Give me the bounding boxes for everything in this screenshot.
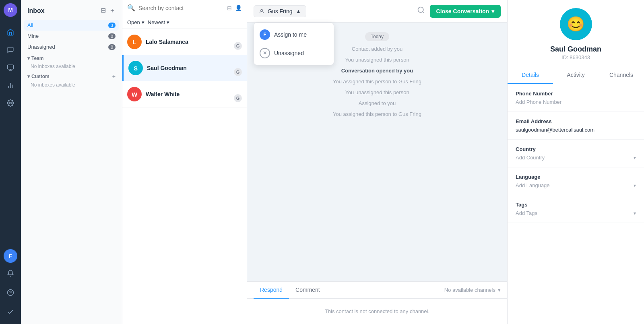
nav-contacts-icon[interactable] [3,60,18,75]
country-select-row: Add Country ▾ [516,155,636,161]
conv-name-saul: Saul Goodman [147,65,187,71]
chevron-down-icon-custom: ▾ [27,74,30,79]
svg-rect-0 [8,65,14,69]
nav-home-icon[interactable] [3,25,18,39]
unassigned-item[interactable]: ✕ Unassigned [254,44,334,62]
sidebar-header: Inbox ⊟ ＋ [21,0,122,18]
conv-badge-walter: G [234,94,242,102]
tags-select-row: Add Tags ▾ [516,210,636,216]
avatar-saul: S [128,61,143,75]
activity-unassigned-2: You unassigned this person [345,89,409,95]
panel-field-language: Language Add Language ▾ [508,167,644,195]
chevron-down-icon-open: ▾ [142,19,144,25]
sidebar-add-icon[interactable]: ＋ [109,6,116,15]
close-conversation-button[interactable]: Close Conversation ▾ [430,5,501,18]
chat-footer: Respond Comment No available channels ▾ … [247,281,507,324]
panel-field-country: Country Add Country ▾ [508,140,644,167]
search-input[interactable] [138,5,224,11]
conversation-item-lalo[interactable]: L Lalo Salamanca G [122,29,247,55]
avatar-lalo: L [127,35,142,49]
chevron-down-icon-country: ▾ [634,155,636,161]
sidebar-team-empty: No inboxes available [24,63,119,70]
nav-settings-icon[interactable] [3,96,18,110]
search-chat-icon[interactable] [417,6,425,16]
sidebar-all-badge: 3 [108,23,116,28]
panel-tab-activity[interactable]: Activity [553,67,599,84]
activity-assigned-you: Assigned to you [359,100,396,106]
panel-tab-channels[interactable]: Channels [599,67,644,84]
svg-point-9 [261,9,263,11]
conv-badge-saul: G [234,68,242,76]
unassigned-label: Unassigned [274,50,304,56]
chat-date-badge: Today [365,32,389,41]
country-value[interactable]: Add Country [516,155,545,161]
filter-icon[interactable]: ⊟ [227,5,232,11]
conversation-filters: Open ▾ Newest ▾ [122,16,247,29]
right-panel: 😊 Saul Goodman ID: 8630343 Details Activ… [507,0,644,324]
nav-check-icon[interactable] [3,305,18,319]
nav-conversations-icon[interactable] [3,43,18,57]
contact-header: 😊 Saul Goodman ID: 8630343 [508,0,644,67]
sidebar-all-label: All [27,22,33,28]
assign-to-me-item[interactable]: F Assign to me [254,25,334,44]
sidebar-sort-icon[interactable]: ⊟ [101,6,106,15]
sidebar-item-all[interactable]: All 3 [24,20,119,31]
nav-bell-icon[interactable] [3,266,18,281]
phone-label: Phone Number [516,91,636,97]
sidebar-section-team[interactable]: ▾ Team [24,52,119,63]
assignee-label: Gus Fring [268,8,292,14]
bottom-user-avatar[interactable]: F [4,249,17,263]
tags-label: Tags [516,202,636,208]
assignee-dropdown-btn[interactable]: Gus Fring ▲ [254,5,306,17]
nav-help-icon[interactable] [3,285,18,300]
filter-open-btn[interactable]: Open ▾ [127,19,144,25]
sidebar: Inbox ⊟ ＋ All 3 Mine 0 Unassigned 0 ▾ Te… [21,0,122,324]
panel-tabs: Details Activity Channels [508,67,644,84]
country-label: Country [516,146,636,152]
chat-tabs: Respond Comment No available channels ▾ [247,282,507,299]
sidebar-item-unassigned[interactable]: Unassigned 0 [24,41,119,52]
panel-tab-details[interactable]: Details [508,67,553,84]
sidebar-custom-empty: No inboxes available [24,81,119,89]
conversation-item-walter[interactable]: W Walter White G [122,81,247,107]
chat-input-area: This contact is not connected to any cha… [247,299,507,324]
chevron-down-icon-newest: ▾ [167,19,169,25]
assign-to-me-label: Assign to me [274,31,307,38]
chevron-down-icon-tags: ▾ [634,210,636,216]
chevron-down-icon: ▾ [27,56,30,61]
add-contact-icon[interactable]: 👤 [235,5,242,11]
activity-conv-opened: Conversation opened by you [341,68,413,74]
chat-header: Gus Fring ▲ F Assign to me ✕ Unassigned … [247,0,507,23]
sidebar-unassigned-label: Unassigned [27,44,55,50]
conv-badge-lalo: G [234,42,242,50]
sidebar-header-icons: ⊟ ＋ [101,6,116,15]
contact-id: ID: 8630343 [561,54,590,60]
chevron-up-icon: ▲ [295,8,301,14]
language-select-row: Add Language ▾ [516,182,636,188]
sidebar-item-mine[interactable]: Mine 0 [24,31,119,41]
tags-value[interactable]: Add Tags [516,210,537,216]
no-channels-label: No available channels [444,287,495,293]
assign-dropdown: F Assign to me ✕ Unassigned [254,23,334,65]
tab-comment[interactable]: Comment [289,282,326,299]
panel-field-phone: Phone Number Add Phone Number [508,84,644,112]
panel-field-email: Email Address saulgoodman@bettercallsaul… [508,112,644,140]
user-avatar: M [4,3,17,17]
conversation-item-saul[interactable]: S Saul Goodman G [122,55,247,81]
panel-field-tags: Tags Add Tags ▾ [508,195,644,223]
nav-bar: M F [0,0,21,324]
tab-respond[interactable]: Respond [254,282,289,299]
email-label: Email Address [516,118,636,124]
sidebar-section-custom[interactable]: ▾ Custom + [24,70,119,81]
conv-name-walter: Walter White [146,91,180,97]
sidebar-team-label: Team [31,56,116,61]
nav-reports-icon[interactable] [3,78,18,93]
unassigned-icon: ✕ [260,48,270,58]
language-value[interactable]: Add Language [516,182,550,188]
filter-newest-btn[interactable]: Newest ▾ [148,19,169,25]
phone-value[interactable]: Add Phone Number [516,99,636,105]
sidebar-mine-label: Mine [27,33,39,39]
add-custom-icon[interactable]: + [112,73,116,80]
chevron-down-icon-channel: ▾ [498,287,501,293]
svg-point-10 [418,7,423,12]
